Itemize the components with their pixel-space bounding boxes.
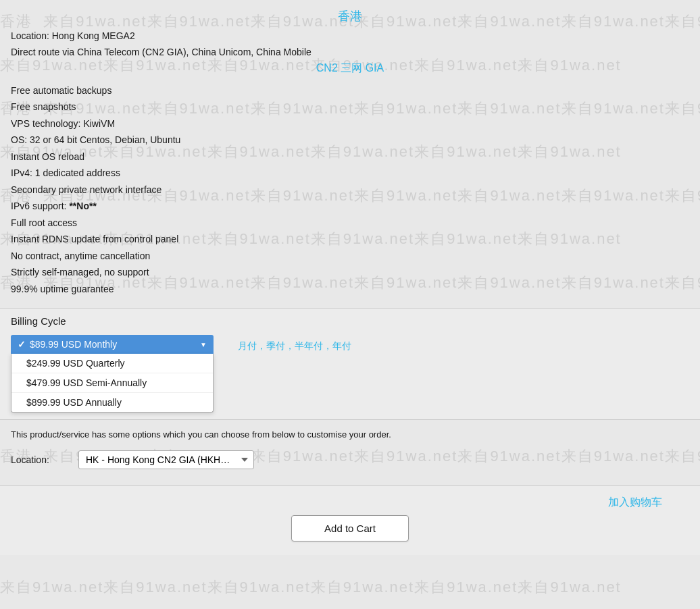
location-line2: Direct route via China Telecom (CN2 GIA)… [11, 45, 689, 59]
dropdown-options-list: $249.99 USD Quarterly $479.99 USD Semi-A… [11, 354, 214, 413]
billing-dropdown[interactable]: ✓ $89.99 USD Monthly ▼ $249.99 USD Quart… [11, 335, 214, 413]
billing-cn-note: 月付，季付，半年付，年付 [238, 335, 351, 352]
feature-item: Instant OS reload [11, 149, 689, 165]
cn-title: 香港 [11, 8, 689, 24]
dropdown-arrow-icon: ▼ [200, 341, 207, 348]
dropdown-option-annually[interactable]: $899.99 USD Annually [11, 393, 213, 412]
feature-item: Free snapshots [11, 99, 689, 115]
dropdown-option-quarterly[interactable]: $249.99 USD Quarterly [11, 354, 213, 373]
billing-row: ✓ $89.99 USD Monthly ▼ $249.99 USD Quart… [11, 335, 689, 413]
feature-item: Full root access [11, 215, 689, 232]
billing-title: Billing Cycle [11, 315, 689, 327]
feature-item: Free automatic backups [11, 82, 689, 99]
location-option-row: Location: HK - Hong Kong CN2 GIA (HKH… [11, 450, 689, 469]
feature-item: Instant RDNS update from control panel [11, 231, 689, 248]
feature-item: 99.9% uptime guarantee [11, 281, 689, 298]
billing-section: Billing Cycle ✓ $89.99 USD Monthly ▼ $24… [0, 308, 700, 420]
dropdown-selected-item[interactable]: ✓ $89.99 USD Monthly ▼ [11, 335, 214, 354]
selected-option-label: $89.99 USD Monthly [30, 339, 117, 350]
feature-item: No contract, anytime cancellation [11, 248, 689, 265]
feature-item: Secondary private network interface [11, 182, 689, 198]
add-to-cart-section: 加入购物车 Add to Cart [0, 485, 700, 555]
feature-item: IPv6 support: **No** [11, 198, 689, 215]
location-line1: Location: Hong Kong MEGA2 [11, 28, 689, 43]
feature-item: OS: 32 or 64 bit Centos, Debian, Ubuntu [11, 132, 689, 149]
feature-item: IPv4: 1 dedicated address [11, 165, 689, 182]
checkmark-icon: ✓ [18, 339, 26, 350]
add-to-cart-cn-label: 加入购物车 [608, 496, 662, 510]
dropdown-option-semi-annually[interactable]: $479.99 USD Semi-Annually [11, 373, 213, 393]
feature-item: Strictly self-managed, no support [11, 264, 689, 281]
feature-item: VPS technology: KiwiVM [11, 115, 689, 132]
options-section: This product/service has some options wh… [11, 420, 689, 485]
location-select[interactable]: HK - Hong Kong CN2 GIA (HKH… [78, 450, 254, 469]
features-list: Free automatic backups Free snapshots VP… [11, 82, 689, 298]
options-note: This product/service has some options wh… [11, 429, 689, 440]
page-content: 香港 Location: Hong Kong MEGA2 Direct rout… [0, 0, 700, 568]
add-to-cart-button[interactable]: Add to Cart [291, 515, 409, 541]
cn2-label: CN2 三网 GIA [11, 61, 689, 76]
location-label: Location: [11, 454, 65, 465]
